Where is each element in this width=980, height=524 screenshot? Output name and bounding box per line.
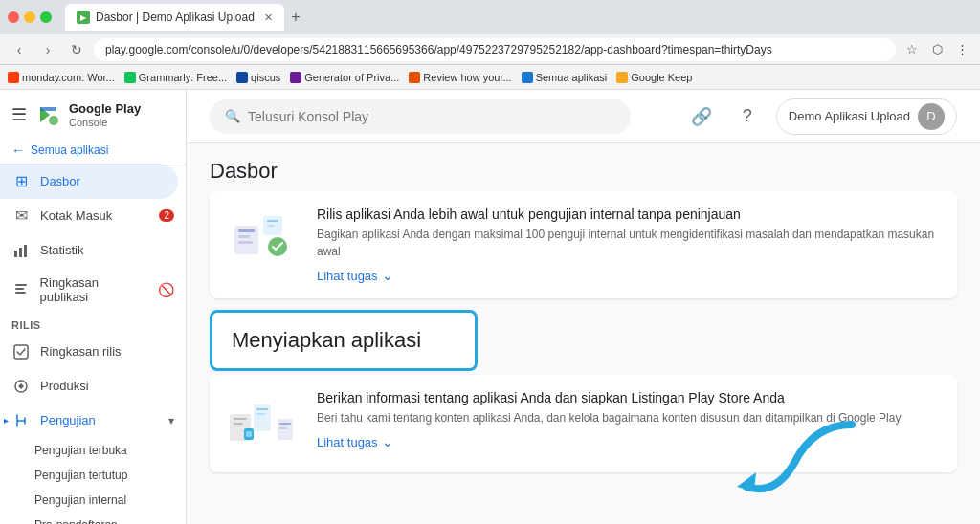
search-box[interactable]: 🔍 bbox=[210, 99, 631, 134]
prepare-illustration bbox=[225, 390, 301, 457]
window-controls bbox=[8, 11, 52, 23]
address-bar: ‹ › ↻ ☆ ⬡ ⋮ bbox=[0, 34, 980, 65]
main-header: 🔍 🔗 ? Demo Aplikasi Upload D bbox=[187, 90, 980, 143]
menyiapkan-card: Menyiapkan aplikasi bbox=[210, 310, 478, 371]
bookmark-review[interactable]: Review how your... bbox=[409, 72, 511, 83]
bookmark-keep[interactable]: Google Keep bbox=[616, 72, 692, 83]
tab-favicon: ▶ bbox=[77, 11, 90, 24]
help-icon-button[interactable]: ? bbox=[730, 99, 765, 134]
bookmarks-bar: monday.com: Wor... Grammarly: Free... qi… bbox=[0, 65, 980, 90]
internal-testing-card: Rilis aplikasi Anda lebih awal untuk pen… bbox=[210, 191, 957, 298]
close-button[interactable] bbox=[8, 11, 19, 23]
card1-action-label: Lihat tugas bbox=[317, 269, 378, 283]
ringkasan-disabled-icon: 🚫 bbox=[158, 282, 174, 297]
sidebar-item-pra-pendaftaran[interactable]: Pra-pendaftaran bbox=[0, 513, 186, 524]
card1-chevron-icon: ⌄ bbox=[382, 268, 393, 283]
sidebar-item-pengujian-terbuka[interactable]: Pengujian terbuka bbox=[0, 438, 186, 463]
svg-rect-28 bbox=[246, 431, 252, 437]
back-to-all-apps[interactable]: ← Semua aplikasi bbox=[0, 137, 186, 164]
bookmark-generator[interactable]: Generator of Priva... bbox=[290, 72, 399, 83]
svg-rect-16 bbox=[267, 225, 275, 227]
internal-testing-illustration bbox=[225, 207, 301, 273]
card2-action-label: Lihat tugas bbox=[317, 435, 378, 449]
forward-nav-button[interactable]: › bbox=[36, 38, 59, 61]
dasbor-label: Dasbor bbox=[40, 174, 80, 188]
back-arrow-icon: ← bbox=[11, 142, 25, 158]
link-icon-button[interactable]: 🔗 bbox=[684, 99, 719, 134]
statistik-icon bbox=[11, 241, 31, 260]
svg-point-1 bbox=[49, 116, 58, 125]
sidebar-item-pengujian-internal[interactable]: Pengujian internal bbox=[0, 488, 186, 513]
extension-icon[interactable]: ⬡ bbox=[926, 39, 947, 60]
sidebar-item-kotak-masuk[interactable]: ✉ Kotak Masuk 2 bbox=[0, 199, 186, 233]
highlight-card-title: Menyiapkan aplikasi bbox=[232, 328, 421, 353]
bookmark-generator-label: Generator of Priva... bbox=[304, 72, 399, 83]
merilis-section-title: Merilis aplikasi Anda bbox=[210, 511, 957, 524]
sidebar-item-ringkasan-rilis[interactable]: Ringkasan rilis bbox=[0, 335, 186, 369]
user-avatar: D bbox=[918, 103, 945, 130]
svg-rect-6 bbox=[15, 288, 24, 290]
sidebar-item-pengujian[interactable]: ▸ Pengujian ▾ bbox=[0, 404, 186, 438]
bookmark-icon[interactable]: ☆ bbox=[902, 39, 923, 60]
sidebar-app-title: Google Play bbox=[69, 101, 141, 117]
bookmark-monday[interactable]: monday.com: Wor... bbox=[8, 72, 115, 83]
kotak-masuk-icon: ✉ bbox=[11, 207, 31, 226]
svg-rect-3 bbox=[19, 248, 22, 257]
svg-rect-13 bbox=[238, 241, 253, 244]
produksi-icon bbox=[11, 377, 31, 396]
menu-icon[interactable]: ⋮ bbox=[951, 39, 972, 60]
sidebar-header: ☰ Google Play Console bbox=[0, 90, 186, 137]
main-content: 🔍 🔗 ? Demo Aplikasi Upload D Dasbor bbox=[187, 90, 980, 524]
card1-action[interactable]: Lihat tugas ⌄ bbox=[317, 268, 942, 283]
pengujian-icon bbox=[11, 411, 31, 430]
content-area: Dasbor Ri bbox=[187, 143, 980, 524]
produksi-label: Produksi bbox=[40, 379, 89, 393]
bookmark-grammarly[interactable]: Grammarly: Free... bbox=[124, 72, 227, 83]
search-icon: 🔍 bbox=[225, 109, 240, 123]
prepare-app-section: Berikan informasi tentang aplikasi Anda … bbox=[210, 375, 957, 472]
back-nav-button[interactable]: ‹ bbox=[8, 38, 31, 61]
bookmark-qiscus-label: qiscus bbox=[251, 72, 280, 83]
play-console-logo bbox=[34, 101, 61, 128]
bookmark-semua-label: Semua aplikasi bbox=[536, 72, 608, 83]
bookmark-semua[interactable]: Semua aplikasi bbox=[522, 72, 608, 83]
tab-close-icon[interactable]: ✕ bbox=[264, 11, 273, 24]
minimize-button[interactable] bbox=[24, 11, 35, 23]
app-layout: ☰ Google Play Console ← Semua aplikasi ⊞… bbox=[0, 90, 980, 524]
sidebar-item-pengujian-tertutup[interactable]: Pengujian tertutup bbox=[0, 463, 186, 488]
card2-chevron-icon: ⌄ bbox=[382, 434, 393, 449]
bookmark-keep-label: Google Keep bbox=[631, 72, 692, 83]
user-chip[interactable]: Demo Aplikasi Upload D bbox=[776, 98, 957, 135]
sidebar-item-produksi[interactable]: Produksi bbox=[0, 369, 186, 404]
hamburger-menu[interactable]: ☰ bbox=[11, 104, 27, 125]
menyiapkan-section: Menyiapkan aplikasi bbox=[210, 310, 957, 371]
new-tab-button[interactable]: + bbox=[284, 6, 307, 29]
kotak-masuk-badge: 2 bbox=[159, 209, 174, 222]
sidebar-item-dasbor[interactable]: ⊞ Dasbor bbox=[0, 164, 178, 199]
card2-action[interactable]: Lihat tugas ⌄ bbox=[317, 434, 942, 449]
bookmark-favicon-semua bbox=[522, 72, 533, 83]
svg-rect-19 bbox=[234, 418, 247, 420]
bookmark-qiscus[interactable]: qiscus bbox=[236, 72, 280, 83]
address-input[interactable] bbox=[94, 38, 896, 61]
svg-rect-25 bbox=[279, 423, 291, 425]
bookmark-monday-label: monday.com: Wor... bbox=[22, 72, 115, 83]
tab-label: Dasbor | Demo Aplikasi Upload bbox=[96, 11, 255, 24]
sidebar-item-statistik[interactable]: Statistik bbox=[0, 233, 186, 268]
svg-rect-8 bbox=[14, 345, 28, 359]
ringkasan-label: Ringkasan publikasi bbox=[40, 275, 148, 304]
sidebar-item-ringkasan-publikasi[interactable]: Ringkasan publikasi 🚫 bbox=[0, 268, 186, 312]
bookmark-favicon-monday bbox=[8, 72, 19, 83]
sidebar: ☰ Google Play Console ← Semua aplikasi ⊞… bbox=[0, 90, 187, 524]
bookmark-favicon-grammarly bbox=[124, 72, 136, 83]
search-input[interactable] bbox=[248, 109, 615, 124]
header-right: 🔗 ? Demo Aplikasi Upload D bbox=[684, 98, 957, 135]
maximize-button[interactable] bbox=[40, 11, 52, 23]
pengujian-bullet: ▸ bbox=[4, 415, 9, 426]
back-label: Semua aplikasi bbox=[31, 143, 108, 157]
card1-desc: Bagikan aplikasi Anda dengan maksimal 10… bbox=[317, 226, 942, 260]
reload-button[interactable]: ↻ bbox=[65, 38, 88, 61]
active-tab[interactable]: ▶ Dasbor | Demo Aplikasi Upload ✕ bbox=[65, 4, 284, 31]
bookmark-favicon-generator bbox=[290, 72, 301, 83]
address-bar-icons: ☆ ⬡ ⋮ bbox=[902, 39, 972, 60]
